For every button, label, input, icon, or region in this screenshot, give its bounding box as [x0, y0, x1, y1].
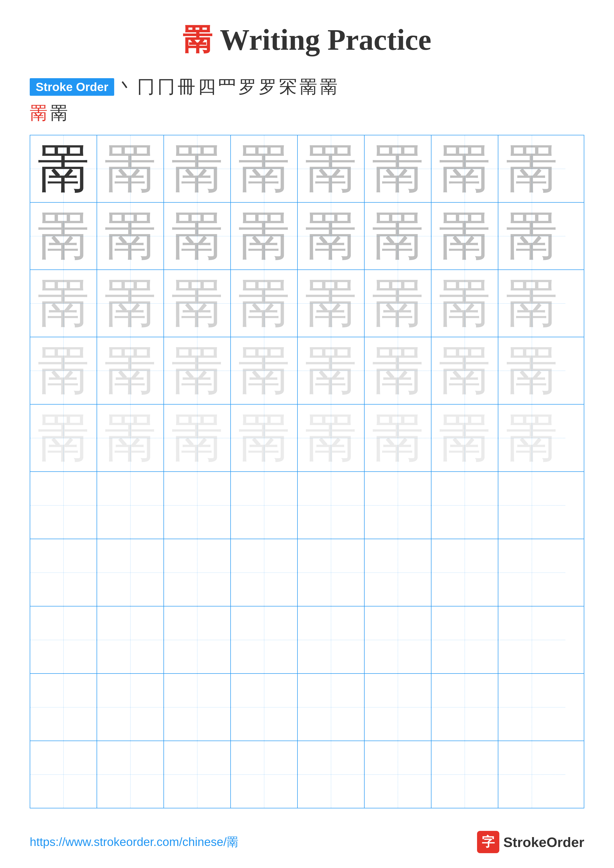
stroke-char-9: 罙 [279, 75, 297, 99]
cell-character: 罱 [238, 143, 290, 195]
cell-character: 罱 [238, 277, 290, 329]
grid-row: 罱罱罱罱罱罱罱罱 [30, 405, 584, 472]
grid-cell: 罱 [431, 203, 498, 270]
cell-character: 罱 [171, 210, 223, 262]
cell-character: 罱 [238, 210, 290, 262]
title-text: Writing Practice [212, 23, 431, 56]
grid-cell: 罱 [365, 337, 431, 404]
grid-cell [164, 472, 231, 539]
grid-cell [365, 472, 431, 539]
grid-cell: 罱 [365, 405, 431, 471]
grid-cell: 罱 [431, 337, 498, 404]
cell-character: 罱 [372, 412, 424, 464]
cell-character: 罱 [372, 345, 424, 397]
grid-cell [231, 472, 298, 539]
grid-cell: 罱 [164, 405, 231, 471]
grid-cell [298, 472, 365, 539]
cell-character: 罱 [171, 277, 223, 329]
grid-cell [97, 539, 164, 606]
grid-cell [231, 741, 298, 808]
cell-character: 罱 [305, 143, 357, 195]
stroke-char-8: 罗 [259, 75, 277, 99]
grid-cell: 罱 [498, 203, 565, 270]
stroke-char-3: 冂 [157, 75, 175, 99]
grid-cell [164, 674, 231, 741]
grid-cell [498, 472, 565, 539]
grid-cell: 罱 [30, 203, 97, 270]
cell-character: 罱 [506, 143, 558, 195]
grid-cell [164, 606, 231, 673]
grid-cell: 罱 [298, 405, 365, 471]
grid-row [30, 606, 584, 674]
cell-character: 罱 [305, 412, 357, 464]
cell-character: 罱 [506, 412, 558, 464]
grid-cell: 罱 [97, 203, 164, 270]
grid-cell: 罱 [97, 135, 164, 202]
cell-character: 罱 [438, 277, 491, 329]
stroke-char-final-1: 罱 [30, 101, 48, 125]
grid-cell: 罱 [30, 135, 97, 202]
grid-cell [231, 539, 298, 606]
cell-character: 罱 [438, 143, 491, 195]
grid-cell: 罱 [365, 203, 431, 270]
grid-cell: 罱 [431, 135, 498, 202]
cell-character: 罱 [104, 345, 156, 397]
grid-cell [97, 472, 164, 539]
cell-character: 罱 [171, 345, 223, 397]
grid-cell: 罱 [298, 337, 365, 404]
footer-logo-icon: 字 [477, 831, 499, 853]
stroke-char-final-2: 罱 [50, 101, 68, 125]
grid-cell: 罱 [231, 337, 298, 404]
practice-grid: 罱罱罱罱罱罱罱罱罱罱罱罱罱罱罱罱罱罱罱罱罱罱罱罱罱罱罱罱罱罱罱罱罱罱罱罱罱罱罱罱 [30, 135, 584, 808]
stroke-last-row: 罱 罱 [30, 101, 584, 125]
grid-cell: 罱 [231, 405, 298, 471]
cell-character: 罱 [37, 345, 89, 397]
cell-character: 罱 [372, 143, 424, 195]
title-char: 罱 [183, 23, 212, 56]
grid-cell: 罱 [431, 405, 498, 471]
cell-character: 罱 [506, 210, 558, 262]
footer-logo-text: StrokeOrder [503, 834, 584, 850]
stroke-char-5: 四 [198, 75, 216, 99]
grid-cell: 罱 [164, 135, 231, 202]
footer-url: https://www.strokeorder.com/chinese/罱 [30, 834, 238, 850]
grid-cell [97, 741, 164, 808]
grid-row [30, 674, 584, 741]
grid-cell: 罱 [365, 270, 431, 337]
grid-cell [231, 674, 298, 741]
page-title: 罱 Writing Practice [0, 0, 614, 60]
grid-cell: 罱 [298, 270, 365, 337]
grid-cell [30, 539, 97, 606]
cell-character: 罱 [37, 143, 89, 195]
grid-cell: 罱 [298, 203, 365, 270]
grid-cell [365, 606, 431, 673]
grid-cell [164, 741, 231, 808]
footer: https://www.strokeorder.com/chinese/罱 字 … [0, 831, 614, 853]
cell-character: 罱 [104, 277, 156, 329]
footer-logo: 字 StrokeOrder [477, 831, 584, 853]
grid-cell: 罱 [97, 405, 164, 471]
grid-cell: 罱 [231, 203, 298, 270]
cell-character: 罱 [506, 345, 558, 397]
grid-row [30, 539, 584, 606]
cell-character: 罱 [37, 277, 89, 329]
grid-cell [231, 606, 298, 673]
grid-cell [431, 606, 498, 673]
grid-cell: 罱 [30, 270, 97, 337]
cell-character: 罱 [104, 412, 156, 464]
grid-cell [164, 539, 231, 606]
grid-cell: 罱 [164, 270, 231, 337]
stroke-order-section: Stroke Order 丶 冂 冂 冊 四 罒 罗 罗 罙 罱 罱 罱 罱 [0, 75, 614, 125]
grid-cell [30, 674, 97, 741]
grid-cell: 罱 [298, 135, 365, 202]
grid-row [30, 741, 584, 808]
grid-cell [498, 674, 565, 741]
cell-character: 罱 [238, 412, 290, 464]
cell-character: 罱 [438, 210, 491, 262]
grid-cell [365, 741, 431, 808]
grid-cell: 罱 [231, 135, 298, 202]
grid-cell [30, 472, 97, 539]
grid-cell [431, 472, 498, 539]
cell-character: 罱 [305, 277, 357, 329]
grid-row [30, 472, 584, 539]
